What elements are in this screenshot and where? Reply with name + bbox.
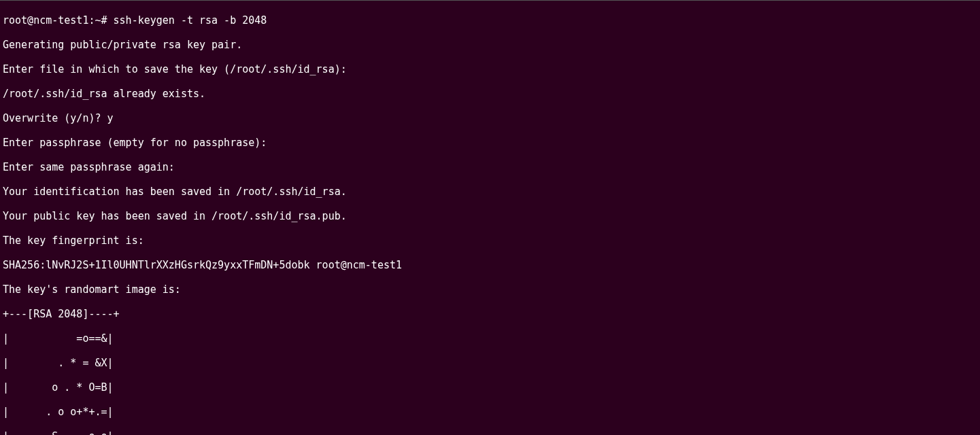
terminal-line: | S ...=o=o| [3, 430, 977, 435]
terminal-line: SHA256:lNvRJ2S+1Il0UHNTlrXXzHGsrkQz9yxxT… [3, 259, 977, 271]
terminal-line: The key fingerprint is: [3, 234, 977, 247]
terminal-line: | o . * O=B| [3, 381, 977, 394]
terminal-line: root@ncm-test1:~# ssh-keygen -t rsa -b 2… [3, 14, 977, 27]
terminal-line: Enter file in which to save the key (/ro… [3, 63, 977, 75]
terminal-line: Overwrite (y/n)? y [3, 112, 977, 124]
terminal-line: The key's randomart image is: [3, 283, 977, 296]
terminal-window[interactable]: root@ncm-test1:~# ssh-keygen -t rsa -b 2… [0, 0, 980, 435]
terminal-line: /root/.ssh/id_rsa already exists. [3, 88, 977, 100]
terminal-line: Your public key has been saved in /root/… [3, 210, 977, 222]
terminal-line: +---[RSA 2048]----+ [3, 308, 977, 320]
terminal-line: | . * = &X| [3, 357, 977, 369]
terminal-line: Enter passphrase (empty for no passphras… [3, 137, 977, 149]
terminal-line: Generating public/private rsa key pair. [3, 39, 977, 51]
terminal-line: | =o==&| [3, 332, 977, 345]
terminal-line: | . o o+*+.=| [3, 406, 977, 418]
terminal-line: Enter same passphrase again: [3, 161, 977, 173]
terminal-line: Your identification has been saved in /r… [3, 186, 977, 198]
